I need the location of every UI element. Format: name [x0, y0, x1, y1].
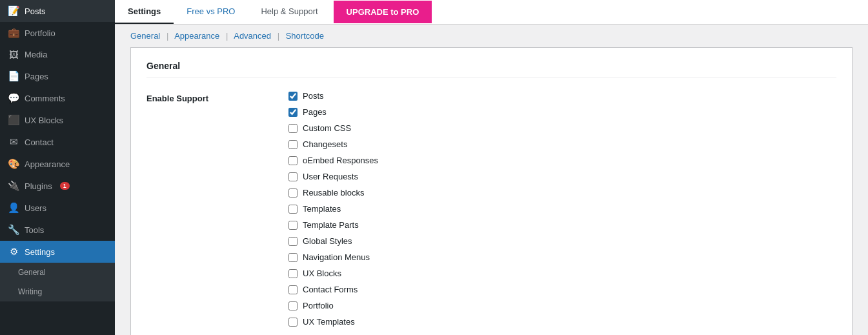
checkbox-pages[interactable]: [288, 108, 298, 117]
sidebar: 📝 Posts 💼 Portfolio 🖼 Media 📄 Pages 💬 Co…: [0, 0, 115, 335]
breadcrumb-advanced[interactable]: Advanced: [234, 31, 271, 41]
sidebar-item-appearance[interactable]: 🎨 Appearance: [0, 153, 115, 175]
checkbox-ux-templates[interactable]: [288, 318, 298, 327]
sidebar-item-general[interactable]: General: [0, 263, 115, 282]
breadcrumb-shortcode[interactable]: Shortcode: [286, 31, 324, 41]
tab-help-support[interactable]: Help & Support: [248, 0, 330, 24]
sidebar-item-settings[interactable]: ⚙ Settings: [0, 241, 115, 263]
checkbox-label-posts: Posts: [303, 91, 324, 101]
sidebar-item-contact[interactable]: ✉ Contact: [0, 131, 115, 153]
checkbox-row-user-requests[interactable]: User Requests: [288, 172, 378, 181]
checkbox-custom-css[interactable]: [288, 124, 298, 133]
contact-icon: ✉: [8, 136, 19, 148]
main-content: Settings Free vs PRO Help & Support UPGR…: [115, 0, 868, 335]
posts-icon: 📝: [8, 5, 19, 17]
checkboxes-column: PostsPagesCustom CSSChangesetsoEmbed Res…: [288, 91, 378, 327]
checkbox-global-styles[interactable]: [288, 237, 298, 246]
checkbox-label-ux-templates: UX Templates: [303, 317, 355, 327]
checkbox-posts[interactable]: [288, 92, 298, 101]
settings-submenu: General Writing: [0, 263, 115, 301]
tabs-bar: Settings Free vs PRO Help & Support UPGR…: [115, 0, 868, 25]
checkbox-oembed[interactable]: [288, 156, 298, 165]
checkbox-user-requests[interactable]: [288, 172, 298, 181]
checkbox-row-changesets[interactable]: Changesets: [288, 139, 378, 149]
checkbox-label-reusable-blocks: Reusable blocks: [303, 188, 364, 198]
sidebar-item-plugins[interactable]: 🔌 Plugins 1: [0, 175, 115, 197]
breadcrumb-appearance[interactable]: Appearance: [174, 31, 219, 41]
portfolio-icon: 💼: [8, 27, 19, 39]
ux-blocks-icon: ⬛: [8, 114, 19, 126]
tab-free-vs-pro[interactable]: Free vs PRO: [174, 0, 248, 24]
sidebar-item-users[interactable]: 👤 Users: [0, 197, 115, 219]
checkbox-templates[interactable]: [288, 205, 298, 214]
form-row-enable-support: Enable Support PostsPagesCustom CSSChang…: [146, 91, 836, 327]
checkbox-row-navigation-menus[interactable]: Navigation Menus: [288, 252, 378, 262]
checkbox-label-changesets: Changesets: [303, 139, 347, 149]
plugins-icon: 🔌: [8, 180, 19, 192]
tab-settings[interactable]: Settings: [115, 0, 174, 24]
users-icon: 👤: [8, 202, 19, 214]
enable-support-label: Enable Support: [146, 91, 263, 103]
media-icon: 🖼: [8, 49, 19, 60]
sidebar-item-comments[interactable]: 💬 Comments: [0, 87, 115, 109]
checkbox-row-contact-forms[interactable]: Contact Forms: [288, 285, 378, 294]
sidebar-item-ux-blocks[interactable]: ⬛ UX Blocks: [0, 109, 115, 131]
checkbox-row-ux-blocks[interactable]: UX Blocks: [288, 269, 378, 278]
checkbox-row-global-styles[interactable]: Global Styles: [288, 236, 378, 246]
checkbox-navigation-menus[interactable]: [288, 253, 298, 262]
section-title: General: [146, 61, 836, 78]
checkbox-label-pages: Pages: [303, 107, 327, 117]
checkbox-ux-blocks[interactable]: [288, 269, 298, 278]
checkbox-row-ux-templates[interactable]: UX Templates: [288, 317, 378, 327]
appearance-icon: 🎨: [8, 158, 19, 170]
breadcrumb: General | Appearance | Advanced | Shortc…: [115, 25, 868, 47]
checkbox-label-portfolio: Portfolio: [303, 301, 334, 310]
checkbox-label-oembed: oEmbed Responses: [303, 156, 378, 165]
checkbox-label-ux-blocks: UX Blocks: [303, 269, 341, 278]
checkbox-reusable-blocks[interactable]: [288, 188, 298, 198]
checkbox-row-custom-css[interactable]: Custom CSS: [288, 123, 378, 133]
checkbox-label-custom-css: Custom CSS: [303, 123, 351, 133]
content-area: General Enable Support PostsPagesCustom …: [115, 47, 868, 335]
settings-icon: ⚙: [8, 246, 19, 258]
checkbox-label-global-styles: Global Styles: [303, 236, 352, 246]
pages-icon: 📄: [8, 70, 19, 82]
sidebar-item-portfolio[interactable]: 💼 Portfolio: [0, 22, 115, 44]
sidebar-item-posts[interactable]: 📝 Posts: [0, 0, 115, 22]
checkbox-label-navigation-menus: Navigation Menus: [303, 252, 370, 262]
checkbox-row-portfolio[interactable]: Portfolio: [288, 301, 378, 310]
checkbox-contact-forms[interactable]: [288, 285, 298, 294]
checkbox-label-contact-forms: Contact Forms: [303, 285, 358, 294]
checkbox-row-templates[interactable]: Templates: [288, 204, 378, 214]
checkbox-label-user-requests: User Requests: [303, 172, 358, 181]
sidebar-item-pages[interactable]: 📄 Pages: [0, 65, 115, 87]
checkbox-template-parts[interactable]: [288, 221, 298, 230]
tab-upgrade[interactable]: UPGRADE to PRO: [334, 1, 432, 23]
settings-box: General Enable Support PostsPagesCustom …: [130, 47, 853, 335]
checkbox-row-pages[interactable]: Pages: [288, 107, 378, 117]
plugins-badge: 1: [60, 182, 70, 190]
checkbox-portfolio[interactable]: [288, 301, 298, 310]
comments-icon: 💬: [8, 92, 19, 104]
checkbox-changesets[interactable]: [288, 140, 298, 149]
checkbox-label-template-parts: Template Parts: [303, 220, 359, 230]
tools-icon: 🔧: [8, 224, 19, 236]
sidebar-item-writing[interactable]: Writing: [0, 282, 115, 301]
sidebar-item-tools[interactable]: 🔧 Tools: [0, 219, 115, 241]
checkbox-row-template-parts[interactable]: Template Parts: [288, 220, 378, 230]
checkbox-row-oembed[interactable]: oEmbed Responses: [288, 156, 378, 165]
checkbox-row-posts[interactable]: Posts: [288, 91, 378, 101]
checkbox-row-reusable-blocks[interactable]: Reusable blocks: [288, 188, 378, 198]
sidebar-item-media[interactable]: 🖼 Media: [0, 44, 115, 65]
breadcrumb-general[interactable]: General: [130, 31, 160, 41]
checkbox-label-templates: Templates: [303, 204, 341, 214]
